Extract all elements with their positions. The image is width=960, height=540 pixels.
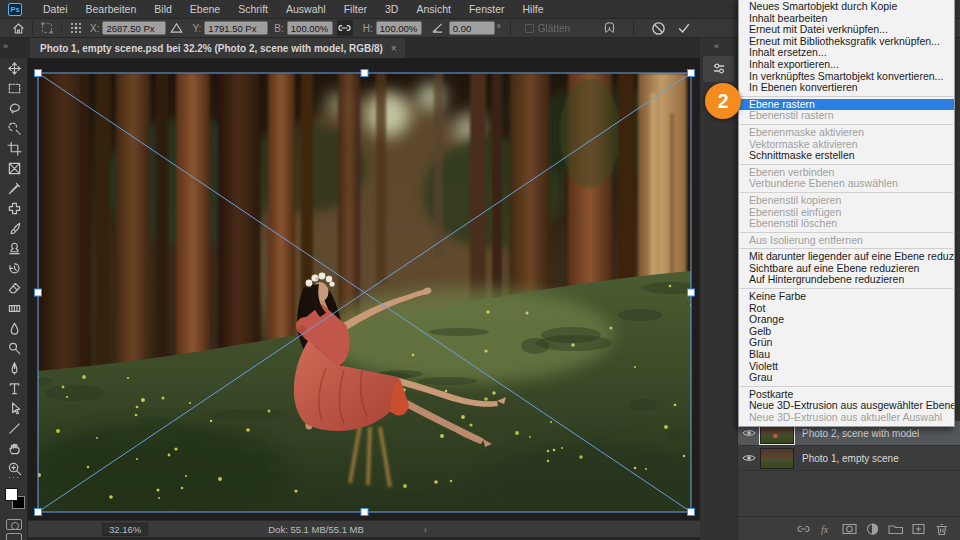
menubar-item-datei[interactable]: Datei (34, 0, 77, 18)
rotation-input[interactable] (449, 21, 495, 35)
reference-point-icon[interactable] (68, 20, 84, 36)
hand-tool-icon[interactable] (0, 438, 28, 458)
relative-positioning-icon[interactable] (168, 20, 184, 36)
menu-item-39[interactable]: Neue 3D-Extrusion aus ausgewählter Ebene (739, 400, 954, 412)
menu-item-2[interactable]: Erneut mit Datei verknüpfen... (739, 24, 954, 36)
canvas-area[interactable] (28, 58, 700, 520)
blur-tool-icon[interactable] (0, 318, 28, 338)
toolbar-collapse-icon[interactable]: » (3, 41, 8, 51)
menu-item-5[interactable]: Inhalt exportieren... (739, 59, 954, 71)
status-bar: 32.16% Dok: 55.1 MB/55.1 MB › (28, 520, 700, 537)
menu-item-20: Ebenenstil einfügen (739, 207, 954, 219)
menu-item-29[interactable]: Keine Farbe (739, 291, 954, 303)
menubar-item-3d[interactable]: 3D (376, 0, 407, 18)
x-position-input[interactable] (102, 21, 166, 35)
foreground-color-swatch[interactable] (5, 488, 18, 501)
menu-item-27[interactable]: Auf Hintergrundebene reduzieren (739, 274, 954, 286)
menubar-item-schrift[interactable]: Schrift (229, 0, 277, 18)
link-icon[interactable] (795, 522, 812, 536)
menu-item-36[interactable]: Grau (739, 372, 954, 384)
gradient-tool-icon[interactable] (0, 298, 28, 318)
line-tool-icon[interactable] (0, 418, 28, 438)
adjustment-icon[interactable] (864, 522, 881, 536)
move-tool-icon[interactable] (0, 58, 28, 78)
menu-item-32[interactable]: Gelb (739, 326, 954, 338)
cancel-transform-icon[interactable] (650, 20, 666, 36)
menu-item-34[interactable]: Blau (739, 349, 954, 361)
menubar-item-hilfe[interactable]: Hilfe (514, 0, 553, 18)
width-input[interactable] (287, 21, 333, 35)
menubar-item-fenster[interactable]: Fenster (460, 0, 514, 18)
layer-mask-icon[interactable] (841, 522, 858, 536)
menu-item-3[interactable]: Erneut mit Bibliotheksgrafik verknüpfen.… (739, 36, 954, 48)
menu-item-1[interactable]: Inhalt bearbeiten (739, 13, 954, 25)
menu-separator (740, 164, 953, 165)
home-icon[interactable] (10, 20, 26, 36)
menu-item-30[interactable]: Rot (739, 303, 954, 315)
tab-close-icon[interactable]: × (391, 43, 397, 54)
menubar-item-filter[interactable]: Filter (335, 0, 376, 18)
menu-item-33[interactable]: Grün (739, 337, 954, 349)
frame-tool-icon[interactable] (0, 158, 28, 178)
menubar-item-ebene[interactable]: Ebene (181, 0, 229, 18)
layer-row-1[interactable]: Photo 1, empty scene (738, 446, 960, 471)
pen-tool-icon[interactable] (0, 358, 28, 378)
healing-brush-tool-icon[interactable] (0, 198, 28, 218)
clone-stamp-tool-icon[interactable] (0, 238, 28, 258)
new-layer-icon[interactable] (910, 522, 927, 536)
menu-item-14[interactable]: Schnittmaske erstellen (739, 150, 954, 162)
warp-mode-icon[interactable] (601, 20, 617, 36)
dodge-tool-icon[interactable] (0, 338, 28, 358)
document-tab[interactable]: Photo 1, empty scene.psd bei 32.2% (Phot… (30, 38, 405, 58)
eraser-tool-icon[interactable] (0, 278, 28, 298)
edit-toolbar-icon[interactable]: ··· (0, 472, 28, 482)
interpolation-label: Glätten (538, 23, 570, 34)
menu-item-35[interactable]: Violett (739, 361, 954, 373)
quick-selection-tool-icon[interactable] (0, 118, 28, 138)
menu-item-0[interactable]: Neues Smartobjekt durch Kopie (739, 1, 954, 13)
menu-item-12: Ebenenmaske aktivieren (739, 127, 954, 139)
menu-item-6[interactable]: In verknüpftes Smartobjekt konvertieren.… (739, 71, 954, 83)
menu-item-19: Ebenenstil kopieren (739, 195, 954, 207)
menu-item-26[interactable]: Sichtbare auf eine Ebene reduzieren (739, 263, 954, 275)
brush-tool-icon[interactable] (0, 218, 28, 238)
layer-thumbnail[interactable] (760, 448, 794, 469)
menu-item-9[interactable]: Ebene rastern (739, 99, 954, 111)
x-label: X: (90, 23, 99, 34)
y-position-input[interactable] (204, 21, 268, 35)
path-selection-tool-icon[interactable] (0, 398, 28, 418)
menubar-item-ansicht[interactable]: Ansicht (407, 0, 459, 18)
menubar-item-bild[interactable]: Bild (145, 0, 181, 18)
rect-marquee-tool-icon[interactable] (0, 78, 28, 98)
screen-mode-button[interactable] (6, 533, 22, 540)
fx-icon[interactable]: fx (818, 522, 835, 536)
color-swatches[interactable] (0, 486, 28, 516)
eyedropper-tool-icon[interactable] (0, 178, 28, 198)
menu-item-4[interactable]: Inhalt ersetzen... (739, 47, 954, 59)
menu-item-31[interactable]: Orange (739, 314, 954, 326)
maintain-aspect-ratio-icon[interactable] (337, 20, 353, 36)
menu-item-25[interactable]: Mit darunter liegender auf eine Ebene re… (739, 251, 954, 263)
layer-visibility-icon[interactable] (738, 453, 760, 463)
layer-visibility-icon[interactable] (738, 428, 760, 438)
properties-panel-icon[interactable] (703, 56, 734, 82)
menu-item-38[interactable]: Postkarte (739, 389, 954, 401)
menu-separator (740, 248, 953, 249)
crop-tool-icon[interactable] (0, 138, 28, 158)
quick-mask-button[interactable] (6, 519, 22, 530)
lasso-tool-icon[interactable] (0, 98, 28, 118)
height-input[interactable] (376, 21, 422, 35)
zoom-level[interactable]: 32.16% (102, 523, 148, 536)
group-icon[interactable] (887, 522, 904, 536)
type-tool-icon[interactable] (0, 378, 28, 398)
commit-transform-icon[interactable] (676, 20, 692, 36)
delete-icon[interactable] (933, 522, 950, 536)
status-chevron-icon[interactable]: › (424, 524, 427, 535)
history-brush-tool-icon[interactable] (0, 258, 28, 278)
menubar-item-auswahl[interactable]: Auswahl (277, 0, 335, 18)
menubar-item-bearbeiten[interactable]: Bearbeiten (77, 0, 146, 18)
dock-collapse-icon[interactable]: « (714, 41, 719, 51)
menu-separator (740, 124, 953, 125)
menu-item-7[interactable]: In Ebenen konvertieren (739, 82, 954, 94)
document-tab-title: Photo 1, empty scene.psd bei 32.2% (Phot… (40, 43, 383, 54)
